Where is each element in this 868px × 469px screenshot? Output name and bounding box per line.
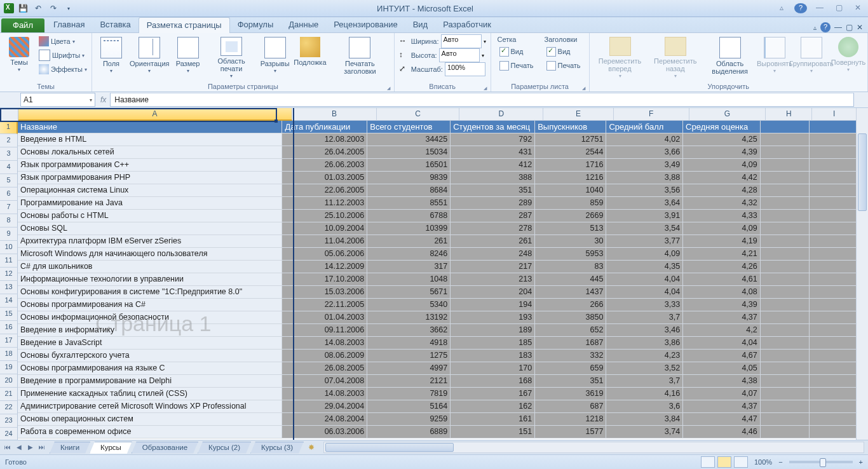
cell[interactable]: 351 [535, 375, 606, 388]
cell[interactable]: 289 [451, 197, 535, 210]
cell[interactable]: 4,07 [683, 388, 761, 400]
cell[interactable]: 4,19 [683, 235, 761, 248]
hscroll-thumb[interactable] [325, 443, 454, 452]
cell[interactable]: 15034 [367, 146, 451, 159]
bring-forward-button[interactable]: Переместить вперед▾ [592, 34, 648, 80]
cell[interactable] [810, 426, 857, 438]
cell[interactable]: 14.08.2003 [282, 337, 367, 350]
zoom-in-button[interactable]: + [859, 458, 863, 466]
cell[interactable]: Введение в информатику [18, 324, 282, 337]
tab-разработчик[interactable]: Разработчик [435, 17, 499, 32]
cell[interactable]: Студентов за месяц [451, 121, 535, 133]
cell[interactable]: 34425 [367, 133, 451, 146]
cell[interactable]: 4,08 [683, 286, 761, 299]
cell[interactable]: 5953 [535, 248, 606, 261]
cell[interactable] [761, 311, 810, 324]
cell[interactable]: 194 [451, 299, 535, 311]
row-header[interactable]: 2 [0, 134, 18, 147]
row-header[interactable]: 21 [0, 388, 18, 401]
row-header[interactable]: 4 [0, 161, 18, 174]
print-titles-button[interactable]: Печатать заголовки [329, 34, 391, 80]
margins-button[interactable]: Поля▾ [95, 34, 128, 80]
cell[interactable]: 2544 [535, 146, 606, 159]
cell[interactable]: 351 [451, 184, 535, 197]
cell[interactable] [761, 197, 810, 210]
cell[interactable]: Архитектура платформ IBM eServer zSeries [18, 235, 282, 248]
file-tab[interactable]: Файл [1, 18, 44, 32]
cell[interactable]: 3,6 [606, 400, 683, 413]
column-header[interactable]: I [812, 108, 857, 121]
cell[interactable] [810, 375, 857, 388]
maximize-icon[interactable]: ▢ [832, 3, 845, 13]
cell[interactable]: Выпускников [535, 121, 606, 133]
cell[interactable]: 3,46 [606, 324, 683, 337]
column-header[interactable]: B [292, 108, 377, 121]
cell[interactable]: 8684 [367, 184, 451, 197]
cell[interactable]: 317 [367, 261, 451, 273]
cell[interactable] [761, 235, 810, 248]
cell[interactable]: 22.06.2005 [282, 184, 367, 197]
cell[interactable] [810, 337, 857, 350]
cell[interactable] [761, 299, 810, 311]
cell[interactable]: 3662 [367, 324, 451, 337]
group-title-page-setup[interactable]: Параметры страницы [95, 82, 391, 92]
cell[interactable]: 08.06.2009 [282, 350, 367, 362]
tab-главная[interactable]: Главная [46, 17, 92, 32]
cell[interactable]: 4,35 [606, 261, 683, 273]
height-control[interactable]: ↕Высота:Авто▾ [397, 48, 488, 62]
sheet-tab[interactable]: Образование [132, 442, 198, 454]
cell[interactable] [761, 159, 810, 172]
cell[interactable]: 3,74 [606, 426, 683, 438]
cell[interactable] [810, 388, 857, 400]
cell[interactable] [810, 413, 857, 426]
cell[interactable]: Работа в современном офисе [18, 426, 282, 438]
cell[interactable]: 445 [535, 273, 606, 286]
orientation-button[interactable]: Ориентация▾ [129, 34, 170, 80]
redo-icon[interactable]: ↷ [47, 2, 60, 15]
cell[interactable]: 4,04 [606, 273, 683, 286]
sheet-tab[interactable]: Книги [50, 442, 90, 454]
cell[interactable]: 4,38 [683, 375, 761, 388]
column-header[interactable]: E [543, 108, 613, 121]
cell[interactable]: 3,7 [606, 375, 683, 388]
cell[interactable]: 3,86 [606, 337, 683, 350]
cell[interactable]: 513 [535, 222, 606, 235]
cell[interactable]: 2669 [535, 210, 606, 222]
cell[interactable] [761, 375, 810, 388]
cell[interactable] [810, 324, 857, 337]
cell[interactable]: 10399 [367, 222, 451, 235]
new-sheet-button[interactable]: ✸ [303, 443, 320, 452]
cell[interactable]: Название [18, 121, 282, 133]
cell[interactable]: 1048 [367, 273, 451, 286]
row-header[interactable]: 13 [0, 281, 18, 294]
fx-icon[interactable]: fx [100, 95, 106, 104]
cell[interactable]: Основы операционных систем [18, 413, 282, 426]
cell[interactable] [810, 184, 857, 197]
cell[interactable]: 4,21 [683, 248, 761, 261]
window-close2-icon[interactable]: ✕ [857, 23, 863, 32]
cell[interactable]: 4,67 [683, 350, 761, 362]
cell[interactable]: Введение в HTML [18, 133, 282, 146]
column-header[interactable]: D [459, 108, 543, 121]
cell[interactable] [761, 337, 810, 350]
cell[interactable]: 3,77 [606, 235, 683, 248]
cell[interactable]: Основы локальных сетей [18, 146, 282, 159]
row-header[interactable]: 20 [0, 374, 18, 388]
cell[interactable]: 26.08.2005 [282, 362, 367, 375]
row-header[interactable]: 18 [0, 348, 18, 361]
cell[interactable]: 151 [451, 426, 535, 438]
cell[interactable] [761, 388, 810, 400]
cell[interactable] [761, 350, 810, 362]
cell[interactable]: 3,66 [606, 146, 683, 159]
cell[interactable]: 248 [451, 248, 535, 261]
cell[interactable]: Язык программирования PHP [18, 172, 282, 184]
row-header[interactable]: 24 [0, 428, 18, 440]
row-header[interactable]: 12 [0, 268, 18, 281]
cell[interactable]: Введение в JavaScript [18, 337, 282, 350]
cell[interactable]: 4,47 [683, 413, 761, 426]
cell[interactable]: 217 [451, 261, 535, 273]
cell[interactable] [810, 222, 857, 235]
row-header[interactable]: 10 [0, 241, 18, 254]
cell[interactable]: Средний балл [606, 121, 683, 133]
cell[interactable] [761, 426, 810, 438]
